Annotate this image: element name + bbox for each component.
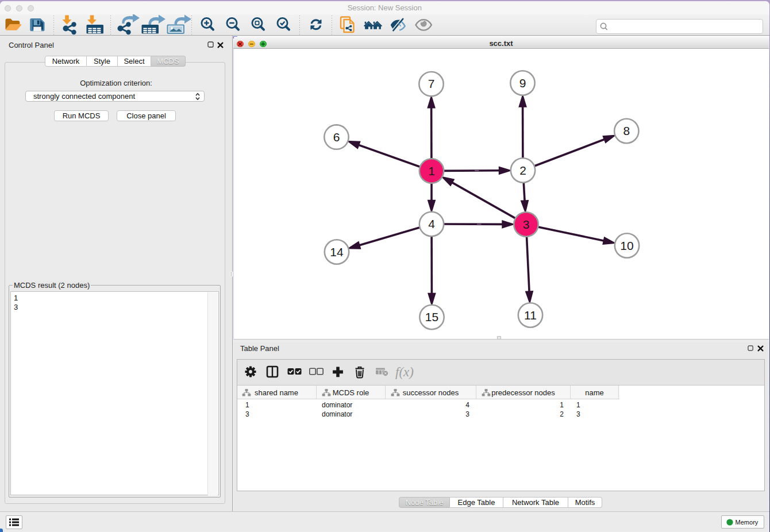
svg-text:6: 6 [333,130,340,144]
svg-text:15: 15 [425,311,438,324]
svg-text:8: 8 [623,125,630,138]
svg-text:3: 3 [523,218,530,231]
svg-text:2: 2 [519,164,526,177]
svg-text:f(x): f(x) [395,365,414,379]
svg-text:1: 1 [428,164,435,178]
svg-text:4: 4 [428,218,435,231]
svg-text:7: 7 [428,78,435,91]
svg-text:10: 10 [620,239,633,252]
svg-text:14: 14 [330,245,344,259]
svg-text:11: 11 [524,309,537,322]
svg-text:9: 9 [519,76,526,90]
